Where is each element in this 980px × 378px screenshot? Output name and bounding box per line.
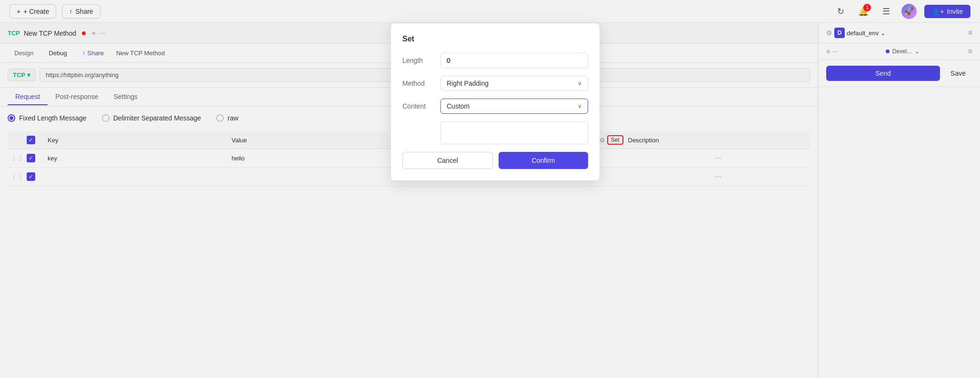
popup-textarea[interactable] — [440, 121, 588, 144]
popup-content-select[interactable]: Custom ∨ — [440, 99, 588, 114]
popup-length-label: Length — [402, 57, 440, 64]
content-chevron-down: ∨ — [578, 103, 582, 109]
popup-content-row: Content Custom ∨ — [402, 99, 588, 114]
popup-actions: Cancel Confirm — [402, 152, 588, 169]
popup-content-select-wrap: Custom ∨ — [440, 99, 588, 114]
popup-method-label: Method — [402, 80, 440, 87]
popup-method-value: Right Padding — [447, 80, 489, 87]
popup-content-label: Content — [402, 102, 440, 110]
popup-method-select-wrap: Right Padding ∨ — [440, 76, 588, 91]
method-chevron-down: ∨ — [578, 80, 582, 87]
popup-title: Set — [402, 35, 588, 43]
popup-method-row: Method Right Padding ∨ — [402, 76, 588, 91]
cancel-button[interactable]: Cancel — [402, 152, 493, 169]
popup-content-value: Custom — [447, 102, 470, 110]
popup-length-row: Length — [402, 53, 588, 68]
popup-length-input[interactable] — [440, 53, 588, 68]
popup-textarea-row — [402, 121, 588, 144]
popup-method-select[interactable]: Right Padding ∨ — [440, 76, 588, 91]
confirm-button[interactable]: Confirm — [499, 152, 588, 169]
set-popup: Set Length Method Right Padding ∨ Conten… — [390, 23, 600, 181]
